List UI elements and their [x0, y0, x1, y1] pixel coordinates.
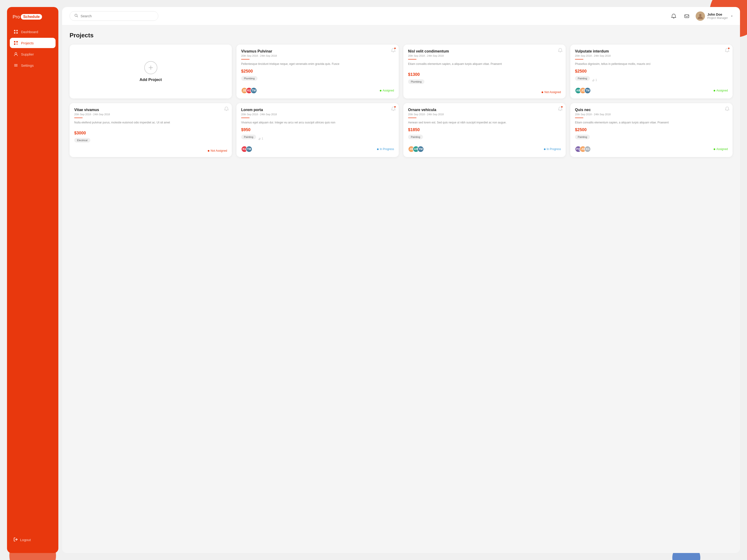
card-footer: ARJDTM Assigned	[575, 87, 728, 94]
card-date: 20th Sep 2018 - 24th Sep 2018	[575, 54, 728, 57]
avatar-sm: TM	[246, 146, 252, 152]
status-dot	[544, 149, 545, 150]
card-tag: Painting	[575, 76, 590, 81]
user-role: Project Manager	[707, 16, 728, 20]
search-bar-container[interactable]	[70, 11, 158, 21]
message-button[interactable]	[682, 12, 691, 20]
card-tag: Plumbing	[241, 76, 257, 81]
card-price: $1850	[408, 127, 561, 132]
sidebar: Pro Schedule Dashboard	[7, 7, 58, 553]
card-title: Vivamus Pulvinar	[241, 49, 394, 53]
status-dot	[377, 149, 379, 150]
card-tag: Plumbing	[408, 79, 424, 84]
clip-count: 1	[592, 78, 597, 82]
notification-dot	[561, 106, 563, 108]
card-divider	[241, 117, 250, 118]
logout-button[interactable]: Logout	[7, 534, 58, 546]
card-tag: Painting	[575, 135, 590, 139]
status-badge: Assigned	[380, 89, 394, 92]
card-footer: PQJDXG Assigned	[575, 146, 728, 152]
status-badge: Assigned	[714, 148, 728, 151]
status-label: Assigned	[716, 148, 728, 151]
add-project-card[interactable]: Add Project	[70, 45, 232, 99]
notification-dot	[728, 47, 730, 49]
card-date: 20th Sep 2018 - 24th Sep 2018	[241, 113, 394, 116]
card-price: $3000	[74, 131, 227, 136]
notification-icon	[391, 106, 395, 112]
card-tag: Painting	[241, 135, 256, 139]
card-divider	[408, 117, 416, 118]
card-date: 20th Sep 2018 - 24th Sep 2018	[408, 113, 561, 116]
search-input[interactable]	[80, 14, 153, 18]
card-tag-row: Plumbing	[408, 79, 561, 87]
status-badge: In Progress	[544, 148, 561, 151]
status-badge: Not Assigned	[208, 149, 227, 152]
avatar-sm: TM	[251, 87, 257, 94]
card-description: Etiam convallis elementum sapien, a aliq…	[575, 121, 728, 125]
notification-icon	[725, 48, 729, 53]
svg-rect-1	[16, 30, 18, 31]
card-title: Vulputate interdum	[575, 49, 728, 53]
card-avatars: JDKLTM	[241, 87, 257, 94]
svg-rect-6	[14, 44, 16, 45]
card-footer: Not Assigned	[74, 149, 227, 152]
card-date: 20th Sep 2018 - 24th Sep 2018	[575, 113, 728, 116]
header-right: John Doe Project Manager ▾	[670, 11, 732, 21]
card-divider	[241, 59, 250, 59]
card-tag-row: Painting	[575, 135, 728, 142]
sidebar-item-projects[interactable]: Projects	[10, 38, 56, 48]
notification-icon	[558, 106, 562, 112]
status-label: Not Assigned	[544, 90, 561, 94]
sidebar-logo: Pro Schedule	[7, 14, 58, 27]
card-price: $950	[241, 127, 394, 132]
status-dot	[208, 150, 209, 152]
avatar-sm: XG	[584, 146, 591, 152]
card-title: Quis nec	[575, 108, 728, 112]
card-date: 20th Sep 2018 - 24th Sep 2018	[408, 54, 561, 57]
user-menu[interactable]: John Doe Project Manager ▾	[696, 11, 732, 21]
project-card-vitae[interactable]: Vitae vivamus 20th Sep 2018 - 24th Sep 2…	[70, 103, 232, 157]
settings-label: Settings	[21, 63, 34, 68]
card-tag-row: Painting 1	[241, 135, 394, 142]
svg-rect-3	[16, 32, 18, 34]
status-badge: Assigned	[714, 89, 728, 92]
projects-grid: Add Project Vivamus Pulvinar 20th Sep 20…	[70, 45, 732, 157]
sidebar-navigation: Dashboard Projects	[7, 27, 58, 534]
status-label: In Progress	[380, 148, 394, 151]
sidebar-item-settings[interactable]: Settings	[10, 60, 56, 71]
notification-icon	[725, 106, 729, 112]
card-tag: Painting	[408, 135, 423, 139]
project-card-lorem[interactable]: Lorem porta 20th Sep 2018 - 24th Sep 201…	[236, 103, 399, 157]
notification-dot	[394, 47, 396, 49]
supplier-label: Supplier	[21, 52, 34, 56]
project-card-quis[interactable]: Quis nec 20th Sep 2018 - 24th Sep 2018 E…	[570, 103, 732, 157]
card-footer: JDKLTM Assigned	[241, 87, 394, 94]
project-card-vivamus[interactable]: Vivamus Pulvinar 20th Sep 2018 - 24th Se…	[236, 45, 399, 99]
project-card-ornare[interactable]: Ornare vehicula 20th Sep 2018 - 24th Sep…	[403, 103, 566, 157]
card-tag-row: Electrical	[74, 138, 227, 146]
project-card-vulputate[interactable]: Vulputate interdum 20th Sep 2018 - 24th …	[570, 45, 732, 99]
logout-icon	[14, 537, 18, 542]
card-tag-row: Painting 1	[575, 76, 728, 84]
notification-bell-button[interactable]	[670, 12, 678, 20]
card-description: Etiam convallis elementum sapien, a aliq…	[408, 62, 561, 69]
settings-icon	[14, 63, 18, 68]
main-content: John Doe Project Manager ▾ Projects	[62, 7, 740, 553]
status-badge: Not Assigned	[542, 90, 561, 94]
card-description: Pellentesque tincidunt tristique neque, …	[241, 62, 394, 66]
project-card-nisl[interactable]: Nisl velit condimentum 20th Sep 2018 - 2…	[403, 45, 566, 99]
card-divider	[74, 117, 83, 118]
dashboard-label: Dashboard	[21, 30, 38, 34]
page-title: Projects	[70, 32, 732, 39]
status-label: Not Assigned	[211, 149, 227, 152]
search-icon	[75, 14, 78, 18]
sidebar-item-supplier[interactable]: Supplier	[10, 49, 56, 59]
user-name: John Doe	[707, 12, 728, 16]
status-label: Assigned	[716, 89, 728, 92]
card-divider	[575, 117, 583, 118]
card-price: $2500	[575, 69, 728, 74]
sidebar-item-dashboard[interactable]: Dashboard	[10, 27, 56, 37]
card-date: 20th Sep 2018 - 24th Sep 2018	[74, 113, 227, 116]
card-avatars: ARJDTM	[575, 87, 591, 94]
card-price: $2500	[241, 69, 394, 74]
